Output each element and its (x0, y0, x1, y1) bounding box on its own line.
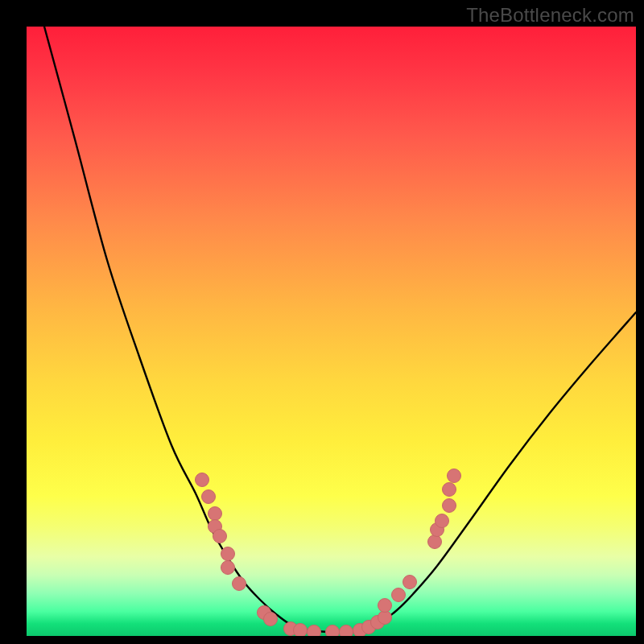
data-marker (264, 613, 278, 626)
data-marker (340, 625, 353, 637)
data-marker (403, 576, 417, 589)
plot-area (27, 27, 636, 636)
data-markers (196, 469, 461, 637)
data-marker (443, 499, 456, 513)
watermark-text: TheBottleneck.com (466, 4, 634, 27)
data-marker (392, 588, 406, 602)
data-marker (221, 547, 235, 561)
data-marker (326, 625, 340, 637)
data-marker (202, 490, 216, 504)
data-marker (308, 625, 321, 637)
data-marker (233, 577, 246, 591)
data-marker (294, 624, 308, 637)
data-marker (443, 483, 456, 497)
data-marker (378, 599, 392, 613)
data-marker (208, 507, 222, 521)
data-marker (436, 514, 449, 528)
data-marker (428, 535, 442, 549)
data-marker (221, 561, 235, 575)
chart-svg (27, 27, 636, 636)
outer-frame: TheBottleneck.com (0, 0, 644, 644)
data-marker (213, 530, 227, 543)
data-marker (448, 469, 461, 483)
data-marker (378, 611, 392, 625)
bottleneck-curve (44, 27, 636, 632)
data-marker (196, 473, 209, 487)
